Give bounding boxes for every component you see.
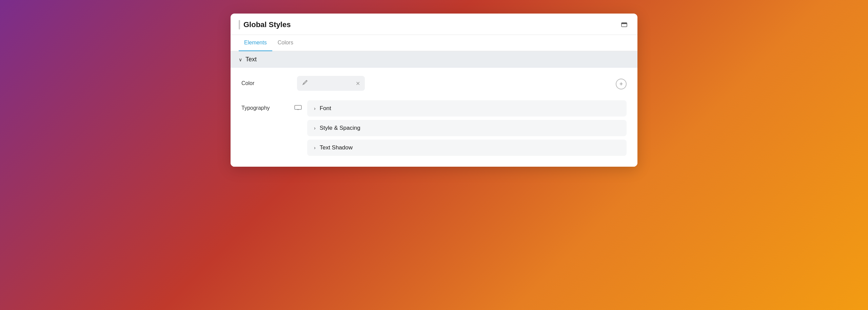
- add-color-button[interactable]: +: [616, 79, 627, 89]
- typography-label: Typography: [241, 105, 289, 111]
- tabs-row: Elements Colors: [231, 35, 637, 51]
- accordion-item-font[interactable]: › Font: [307, 100, 627, 117]
- tab-elements[interactable]: Elements: [239, 35, 272, 51]
- panel-title-row: Global Styles: [239, 20, 291, 29]
- accordion-style-spacing-label: Style & Spacing: [320, 125, 360, 131]
- eyedropper-icon[interactable]: [302, 80, 308, 87]
- color-control: ✕: [297, 76, 365, 91]
- svg-rect-1: [622, 23, 627, 24]
- svg-point-2: [307, 80, 307, 81]
- typography-row: Typography › Font › Style & Spa: [241, 100, 627, 156]
- chevron-right-icon: ›: [314, 106, 316, 111]
- add-btn-wrapper: +: [616, 77, 627, 89]
- svg-rect-3: [295, 105, 301, 109]
- content-area: ∨ Text Color: [231, 51, 637, 167]
- text-section-toggle[interactable]: ∨ Text: [231, 51, 637, 68]
- color-swatch: [313, 79, 351, 88]
- remove-color-icon[interactable]: ✕: [356, 80, 360, 87]
- color-label: Color: [241, 80, 289, 86]
- accordion-item-text-shadow[interactable]: › Text Shadow: [307, 140, 627, 156]
- panel-title: Global Styles: [243, 20, 291, 29]
- panel-accent-bar: [239, 20, 240, 29]
- accordion-text-shadow-label: Text Shadow: [320, 144, 353, 151]
- chevron-right-icon: ›: [314, 125, 316, 131]
- add-icon: +: [619, 81, 623, 87]
- tab-colors[interactable]: Colors: [272, 35, 299, 51]
- device-view-icon[interactable]: [294, 104, 302, 112]
- color-field-row: Color ✕: [241, 76, 627, 91]
- chevron-right-icon: ›: [314, 145, 316, 150]
- section-body: Color ✕: [231, 68, 637, 167]
- global-styles-panel: Global Styles Elements Colors ∨ Text Col…: [231, 14, 637, 167]
- color-field-inner: ✕ +: [297, 76, 627, 91]
- panel-minimize-button[interactable]: [619, 20, 629, 30]
- text-section-label: Text: [245, 56, 257, 63]
- accordion-font-label: Font: [320, 105, 331, 112]
- accordion-item-style-spacing[interactable]: › Style & Spacing: [307, 120, 627, 136]
- accordion-list: › Font › Style & Spacing › Text Shadow: [307, 100, 627, 156]
- chevron-down-icon: ∨: [239, 57, 242, 62]
- panel-header: Global Styles: [231, 14, 637, 35]
